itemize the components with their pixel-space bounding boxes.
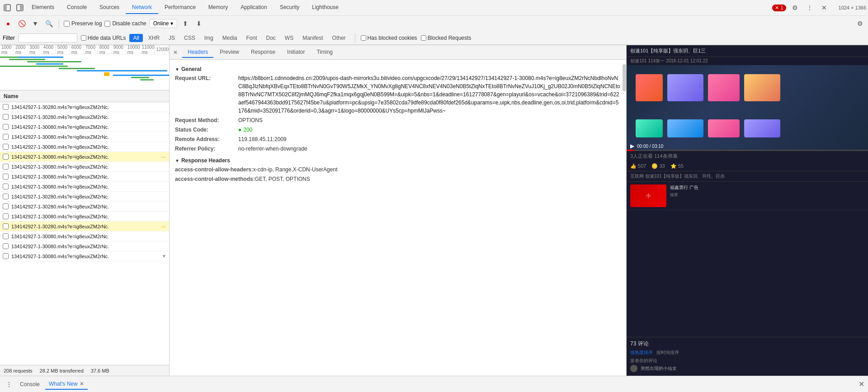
request-item-4[interactable]: 134142927-1-30080.m4s?e=ig8euxZM2rNc. xyxy=(0,142,169,152)
request-item-11[interactable]: 134142927-1-30080.m4s?e=ig8euxZM2rNc. xyxy=(0,212,169,222)
request-item-10[interactable]: 134142927-1-30280.m4s?e=ig8euxZM2rNc. xyxy=(0,202,169,212)
dock-side-icon[interactable] xyxy=(14,2,25,13)
tab-timing[interactable]: Timing xyxy=(311,47,338,58)
request-item-8[interactable]: 134142927-1-30080.m4s?e=ig8euxZM2rNc. xyxy=(0,182,169,192)
request-list[interactable]: 134142927-1-30280.m4s?e=ig8euxZM2rNc. 13… xyxy=(0,102,169,365)
settings-icon[interactable]: ⚙ xyxy=(790,2,801,13)
whats-new-close-icon[interactable]: ✕ xyxy=(80,381,84,387)
coin-icon[interactable]: 🪙 33 xyxy=(651,163,665,169)
tab-headers[interactable]: Headers xyxy=(182,47,213,58)
filter-tag-css[interactable]: CSS xyxy=(180,34,199,42)
throttle-selector[interactable]: Online ▾ xyxy=(149,19,178,28)
related-item-1[interactable]: 小 福鑫票行 广告 推荐 xyxy=(627,182,868,210)
tab-memory[interactable]: Memory xyxy=(202,1,234,14)
filter-input[interactable] xyxy=(19,33,77,43)
req-checkbox-9[interactable] xyxy=(3,194,9,199)
close-panel-button[interactable]: ✕ xyxy=(171,47,179,57)
request-item-14[interactable]: 134142927-1-30080.m4s?e=ig8euxZM2rNc. xyxy=(0,241,169,251)
drawer-close-button[interactable]: ✕ xyxy=(859,380,864,388)
tab-elements[interactable]: Elements xyxy=(25,1,61,14)
req-checkbox-2[interactable] xyxy=(3,124,9,130)
req-checkbox-11[interactable] xyxy=(3,213,9,219)
filter-icon-btn[interactable]: ▼ xyxy=(30,18,41,29)
search-icon-btn[interactable]: 🔍 xyxy=(43,18,54,29)
request-item-15[interactable]: 134142927-1-30080.m4s?e=ig8euxZM2rNc. ▼ xyxy=(0,251,169,261)
tab-security[interactable]: Security xyxy=(274,1,306,14)
response-headers-section-header[interactable]: Response Headers xyxy=(175,157,621,164)
blocked-requests-input[interactable] xyxy=(421,35,426,41)
filter-tag-ws[interactable]: WS xyxy=(281,34,297,42)
settings-gear-icon[interactable]: ⚙ xyxy=(854,18,865,29)
preserve-log-input[interactable] xyxy=(64,21,70,27)
req-checkbox-4[interactable] xyxy=(3,144,9,150)
request-item-12[interactable]: 134142927-1-30280.m4s?e=ig8euxZM2rNc. → xyxy=(0,222,169,231)
filter-tag-manifest[interactable]: Manifest xyxy=(299,34,326,42)
drawer-menu-icon[interactable]: ⋮ xyxy=(4,379,14,390)
req-checkbox-15[interactable] xyxy=(3,253,9,259)
close-devtools-icon[interactable]: ✕ xyxy=(819,2,830,13)
req-checkbox-6[interactable] xyxy=(3,164,9,170)
req-checkbox-10[interactable] xyxy=(3,203,9,209)
filter-tag-img[interactable]: Img xyxy=(201,34,217,42)
scrollbar-thumb[interactable] xyxy=(623,64,626,91)
tab-preview[interactable]: Preview xyxy=(214,47,245,58)
error-badge[interactable]: ✕ 1 xyxy=(772,5,786,11)
req-checkbox-13[interactable] xyxy=(3,233,9,239)
tab-performance[interactable]: Performance xyxy=(158,1,202,14)
request-item-5[interactable]: 134142927-1-30080.m4s?e=ig8euxZM2rNc. → xyxy=(0,152,169,162)
star-icon[interactable]: ⭐ 55 xyxy=(670,163,684,169)
request-item-7[interactable]: 134142927-1-30080.m4s?e=ig8euxZM2rNc. xyxy=(0,172,169,182)
tab-sources[interactable]: Sources xyxy=(93,1,126,14)
req-checkbox-7[interactable] xyxy=(3,174,9,179)
tab-network[interactable]: Network xyxy=(126,1,158,14)
filter-tag-other[interactable]: Other xyxy=(329,34,349,42)
filter-tag-media[interactable]: Media xyxy=(219,34,241,42)
filter-tag-doc[interactable]: Doc xyxy=(263,34,279,42)
filter-tag-font[interactable]: Font xyxy=(242,34,260,42)
tab-application[interactable]: Application xyxy=(234,1,274,14)
filter-tag-js[interactable]: JS xyxy=(165,34,179,42)
send-comment-link[interactable]: 发表你的评论 xyxy=(630,358,864,364)
drawer-console-tab[interactable]: Console xyxy=(16,379,43,389)
filter-tag-xhr[interactable]: XHR xyxy=(145,34,163,42)
request-item-6[interactable]: 134142927-1-30080.m4s?e=ig8euxZM2rNc. xyxy=(0,162,169,172)
panel-scrollbar[interactable] xyxy=(623,60,626,376)
request-item-13[interactable]: 134142927-1-30080.m4s?e=ig8euxZM2rNc. xyxy=(0,231,169,241)
req-checkbox-5[interactable] xyxy=(3,154,9,160)
req-checkbox-3[interactable] xyxy=(3,134,9,140)
blocked-requests-checkbox[interactable]: Blocked Requests xyxy=(421,35,472,41)
request-item-9[interactable]: 134142927-1-30280.m4s?e=ig8euxZM2rNc. xyxy=(0,192,169,202)
hide-data-urls-input[interactable] xyxy=(81,35,86,41)
req-checkbox-8[interactable] xyxy=(3,184,9,189)
record-button[interactable]: ● xyxy=(3,18,14,29)
dock-icon[interactable] xyxy=(2,2,13,13)
req-checkbox-12[interactable] xyxy=(3,223,9,229)
disable-cache-checkbox[interactable]: Disable cache xyxy=(104,20,146,27)
has-blocked-cookies-checkbox[interactable]: Has blocked cookies xyxy=(361,35,417,41)
more-icon[interactable]: ⋮ xyxy=(804,2,815,13)
tab-initiator[interactable]: Initiator xyxy=(282,47,310,58)
clear-button[interactable]: 🚫 xyxy=(16,18,27,29)
preserve-log-checkbox[interactable]: Preserve log xyxy=(64,20,102,27)
request-item-3[interactable]: 134142927-1-30080.m4s?e=ig8euxZM2rNc. xyxy=(0,132,169,142)
general-section-header[interactable]: General xyxy=(175,66,621,72)
tab-console[interactable]: Console xyxy=(61,1,93,14)
sort-hot-button[interactable]: 按热度排序 xyxy=(630,349,653,356)
download-icon[interactable]: ⬇ xyxy=(193,18,204,29)
filter-tag-all[interactable]: All xyxy=(129,34,142,42)
disable-cache-input[interactable] xyxy=(104,21,110,27)
request-item-1[interactable]: 134142927-1-30280.m4s?e=ig8euxZM2rNc. xyxy=(0,112,169,122)
like-icon[interactable]: 👍 507 xyxy=(630,163,646,169)
sort-time-button[interactable]: 按时间排序 xyxy=(656,349,679,356)
play-icon[interactable]: ▶ xyxy=(630,143,634,149)
has-blocked-cookies-input[interactable] xyxy=(361,35,366,41)
drawer-whats-new-tab[interactable]: What's New ✕ xyxy=(45,379,88,390)
request-item-2[interactable]: 134142927-1-30080.m4s?e=ig8euxZM2rNc. xyxy=(0,122,169,132)
tab-lighthouse[interactable]: Lighthouse xyxy=(306,1,345,14)
request-item-0[interactable]: 134142927-1-30280.m4s?e=ig8euxZM2rNc. xyxy=(0,102,169,112)
hide-data-urls-checkbox[interactable]: Hide data URLs xyxy=(81,35,126,41)
req-checkbox-14[interactable] xyxy=(3,243,9,249)
upload-icon[interactable]: ⬆ xyxy=(180,18,191,29)
tab-response[interactable]: Response xyxy=(245,47,281,58)
req-checkbox-1[interactable] xyxy=(3,114,9,120)
